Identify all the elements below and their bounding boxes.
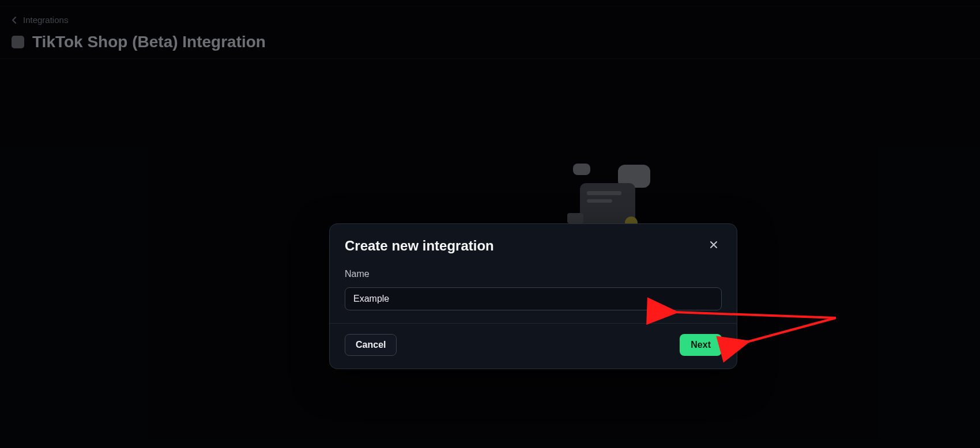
- modal-title: Create new integration: [345, 238, 494, 254]
- modal-footer: Cancel Next: [330, 324, 737, 369]
- name-field-label: Name: [345, 269, 722, 279]
- modal-header: Create new integration: [330, 224, 737, 259]
- create-integration-modal: Create new integration Name Cancel Next: [329, 223, 737, 369]
- next-button-label: Next: [691, 340, 711, 350]
- modal-body: Name: [330, 259, 737, 323]
- cancel-button[interactable]: Cancel: [345, 334, 397, 356]
- cancel-button-label: Cancel: [356, 340, 386, 350]
- close-button[interactable]: [706, 238, 722, 254]
- next-button[interactable]: Next: [680, 334, 722, 356]
- page-root: Integrations TikTok Shop (Beta) Integrat…: [0, 0, 980, 448]
- close-icon: [709, 240, 718, 252]
- name-input[interactable]: [345, 287, 722, 310]
